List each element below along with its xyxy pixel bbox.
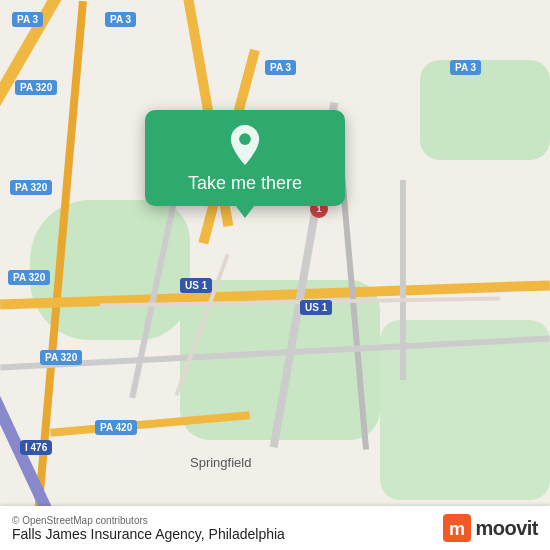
route-pa3-2: PA 3 xyxy=(105,12,136,27)
route-pa3-4: PA 3 xyxy=(450,60,481,75)
route-us1-2: US 1 xyxy=(300,300,332,315)
route-badge-pa3-3: PA 3 xyxy=(265,60,296,75)
location-pin-icon xyxy=(225,125,265,165)
route-badge-us1-2: US 1 xyxy=(300,300,332,315)
route-pa320-2: PA 320 xyxy=(10,180,52,195)
route-badge-pa3-4: PA 3 xyxy=(450,60,481,75)
moovit-text: moovit xyxy=(475,517,538,540)
moovit-logo: m moovit xyxy=(443,514,538,542)
svg-text:m: m xyxy=(449,519,465,539)
route-badge-pa320-3: PA 320 xyxy=(8,270,50,285)
moovit-m-icon: m xyxy=(443,514,471,542)
route-badge-pa320-4: PA 320 xyxy=(40,350,82,365)
route-pa320-1: PA 320 xyxy=(15,80,57,95)
attribution-text: © OpenStreetMap contributors xyxy=(12,515,285,526)
take-me-there-button[interactable]: Take me there xyxy=(188,173,302,194)
route-pa320-4: PA 320 xyxy=(40,350,82,365)
svg-point-0 xyxy=(239,133,251,145)
bottom-bar-info: © OpenStreetMap contributors Falls James… xyxy=(12,515,285,542)
route-pa3-3: PA 3 xyxy=(265,60,296,75)
city-label-springfield: Springfield xyxy=(190,455,251,470)
route-us1-1: US 1 xyxy=(180,278,212,293)
popup-card: Take me there xyxy=(145,110,345,206)
route-pa320-3: PA 320 xyxy=(8,270,50,285)
road-secondary-4 xyxy=(400,180,406,380)
route-badge-pa320-1: PA 320 xyxy=(15,80,57,95)
route-badge-pa3-1: PA 3 xyxy=(12,12,43,27)
route-badge-i476: I 476 xyxy=(20,440,52,455)
route-badge-us1-1: US 1 xyxy=(180,278,212,293)
park-area-3 xyxy=(420,60,550,160)
route-pa420: PA 420 xyxy=(95,420,137,435)
location-name-text: Falls James Insurance Agency, Philadelph… xyxy=(12,526,285,542)
route-pa3-1: PA 3 xyxy=(12,12,43,27)
route-i476: I 476 xyxy=(20,440,52,455)
bottom-bar: © OpenStreetMap contributors Falls James… xyxy=(0,506,550,550)
route-badge-pa420: PA 420 xyxy=(95,420,137,435)
route-badge-pa320-2: PA 320 xyxy=(10,180,52,195)
map-container: PA 3 PA 3 PA 3 PA 3 PA 320 PA 320 PA 320… xyxy=(0,0,550,550)
route-badge-pa3-2: PA 3 xyxy=(105,12,136,27)
